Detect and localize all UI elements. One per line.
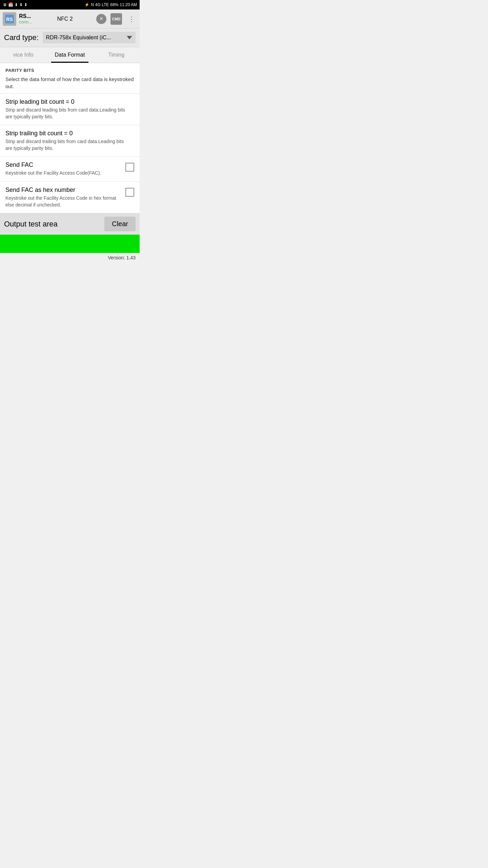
cmd-label: CMD <box>112 17 120 21</box>
green-output-bar <box>0 235 140 253</box>
nfc-label: NFC 2 <box>36 16 94 22</box>
strip-leading-desc: Strip and discard leading bits from card… <box>5 107 130 120</box>
app-icon: RS <box>3 12 16 26</box>
tab-data-format[interactable]: Data Format <box>46 47 93 63</box>
card-type-label: Card type: <box>4 33 39 42</box>
tab-timing-label: Timing <box>108 52 124 58</box>
strip-leading-bit-row: Strip leading bit count = 0 Strip and di… <box>0 94 140 125</box>
strip-trailing-desc: Strip and discard trailing bits from car… <box>5 138 130 152</box>
send-fac-hex-text: Send FAC as hex number Keystroke out the… <box>5 186 125 208</box>
send-fac-hex-desc: Keystroke out the Facility Access Code i… <box>5 195 121 208</box>
strip-trailing-title: Strip trailing bit count = 0 <box>5 130 130 137</box>
strip-leading-text: Strip leading bit count = 0 Strip and di… <box>5 98 134 120</box>
output-test-label: Output test area <box>4 220 58 229</box>
download-icon-2: ⬇ <box>19 2 23 7</box>
status-bar-right: ⚡ N 4G LTE 68% 11:20 AM <box>84 2 137 7</box>
download-icon-3: ⬇ <box>24 2 27 7</box>
cancel-button[interactable]: × <box>96 14 106 24</box>
card-type-row: Card type: RDR-758x Equivalent (iC... <box>0 28 140 47</box>
version-bar: Version: 1.43 <box>0 253 140 262</box>
bluetooth-icon: ⚡ <box>84 2 89 7</box>
send-fac-text: Send FAC Keystroke out the Facility Acce… <box>5 161 125 177</box>
send-fac-hex-title: Send FAC as hex number <box>5 186 121 194</box>
time-label: 11:20 AM <box>120 2 137 7</box>
toolbar-icons: × CMD ⋮ <box>96 13 137 25</box>
tab-timing[interactable]: Timing <box>93 47 140 63</box>
tab-device-info[interactable]: vice Info <box>0 47 46 63</box>
strip-trailing-bit-row: Strip trailing bit count = 0 Strip and d… <box>0 125 140 157</box>
svg-text:RS: RS <box>6 17 13 22</box>
tab-data-format-label: Data Format <box>55 52 85 58</box>
clear-button[interactable]: Clear <box>104 217 136 231</box>
app-title-block: RS... conn... <box>19 13 32 25</box>
strip-leading-title: Strip leading bit count = 0 <box>5 98 130 105</box>
screen-icon: 🖥 <box>3 2 7 7</box>
app-subtitle: conn... <box>19 19 32 25</box>
status-bar: 🖥 📅 ⬇ ⬇ ⬇ ⚡ N 4G LTE 68% 11:20 AM <box>0 0 140 9</box>
more-button[interactable]: ⋮ <box>126 14 137 24</box>
dropdown-arrow-icon <box>127 36 132 39</box>
cancel-icon: × <box>100 15 103 22</box>
cmd-button[interactable]: CMD <box>110 13 122 25</box>
content-area: PARITY BITS Select the data format of ho… <box>0 63 140 213</box>
send-fac-title: Send FAC <box>5 161 121 169</box>
send-fac-desc: Keystroke out the Facility Access Code(F… <box>5 170 121 177</box>
strip-trailing-text: Strip trailing bit count = 0 Strip and d… <box>5 130 134 152</box>
card-type-dropdown[interactable]: RDR-758x Equivalent (iC... <box>43 32 136 43</box>
section-title: PARITY BITS <box>5 68 134 73</box>
status-bar-left: 🖥 📅 ⬇ ⬇ ⬇ <box>3 2 27 7</box>
send-fac-row: Send FAC Keystroke out the Facility Acce… <box>0 157 140 182</box>
signal-label: 4G LTE <box>95 2 109 7</box>
send-fac-checkbox[interactable] <box>125 163 134 172</box>
battery-label: 68% <box>110 2 118 7</box>
app-title: RS... <box>19 13 32 19</box>
calendar-icon: 📅 <box>8 2 13 7</box>
send-fac-hex-checkbox[interactable] <box>125 188 134 197</box>
version-label: Version: 1.43 <box>108 255 136 260</box>
nfc-icon: N <box>91 2 94 7</box>
section-description: Select the data format of how the card d… <box>5 76 134 90</box>
section-header: PARITY BITS Select the data format of ho… <box>0 63 140 94</box>
download-icon-1: ⬇ <box>15 2 18 7</box>
card-type-value: RDR-758x Equivalent (iC... <box>46 35 111 41</box>
tab-device-info-label: vice Info <box>13 52 34 58</box>
send-fac-hex-row: Send FAC as hex number Keystroke out the… <box>0 182 140 213</box>
output-test-area-row: Output test area Clear <box>0 213 140 235</box>
more-icon: ⋮ <box>128 15 135 23</box>
tabs-bar: vice Info Data Format Timing <box>0 47 140 63</box>
app-toolbar: RS RS... conn... NFC 2 × CMD ⋮ <box>0 9 140 28</box>
